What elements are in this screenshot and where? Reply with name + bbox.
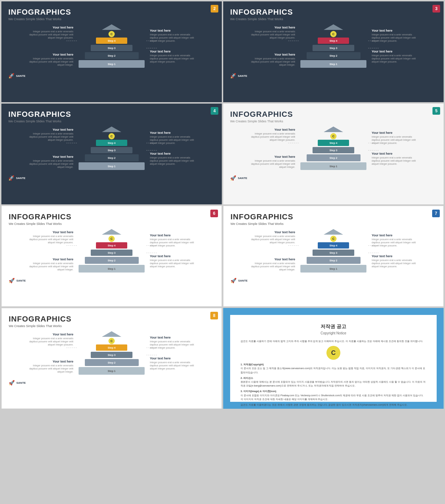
- connector-5-tl: [288, 143, 299, 143]
- sante-icon-6: 🚀: [9, 278, 15, 283]
- pyramid-container-4: Your text here Integer posuere erat a an…: [1, 123, 222, 175]
- pyramid-container-3: Your text here Integer posuere erat a an…: [223, 21, 444, 73]
- copyright-title: 저작권 공고: [241, 324, 426, 330]
- sante-icon-5: 🚀: [230, 175, 236, 181]
- right-text-col-8: Your text here Integer posuere erat a an…: [150, 336, 199, 371]
- sante-footer-2: 🚀 SANTE: [1, 73, 222, 81]
- pyramid-icon-4: C: [108, 133, 115, 139]
- step3-bar-3: Step 3: [313, 45, 354, 51]
- connector-6-tl: [66, 245, 77, 246]
- step3-bar-7: Step 3: [313, 250, 354, 256]
- sante-footer-8: 🚀 SANTE: [2, 380, 221, 388]
- slide-subtitle-6: We Creates Simple Slides That Works: [9, 222, 215, 226]
- connector-5-mr: [368, 150, 379, 151]
- step1-bar-3: Step 1: [300, 60, 366, 68]
- right-text-col-5: Your text here Integer posuere erat a an…: [372, 131, 420, 166]
- step2-bar-5: Step 2: [307, 154, 361, 161]
- pyramid-icon-8: C: [108, 338, 115, 344]
- step1-bar-8: Step 1: [79, 367, 145, 375]
- slide-title-8: INFOGRAPHICS: [9, 315, 215, 324]
- pyramid-8: C Step 4 Step 3 Step 2: [77, 331, 146, 375]
- slide-header-4: INFOGRAPHICS We Creates Simple Slides Th…: [1, 104, 222, 123]
- slide-number-4: 4: [211, 107, 218, 115]
- slide-7: 7 INFOGRAPHICS We Creates Simple Slides …: [223, 206, 444, 307]
- sante-footer-5: 🚀 SANTE: [223, 175, 444, 184]
- pyramid-icon-6: C: [108, 236, 115, 242]
- copyright-s3-body: 이 문서에 포함된 이미지와 아이콘은 Pixabay.com 또는 Vecte…: [241, 394, 423, 400]
- step3-bar-5: Step 3: [313, 147, 354, 153]
- slide-header-7: INFOGRAPHICS We Creates Simple Slides Th…: [224, 206, 443, 226]
- step3-bar-2: Step 3: [91, 45, 132, 51]
- copyright-box: 저작권 공고 Copyright Notice 감건도 자료를 사용하기 전에 …: [230, 315, 437, 402]
- pyramid-3: C Step 4 Step 3 Step 2: [299, 24, 368, 68]
- text-block-8-bl: Your text here Integer posuere erat a an…: [25, 360, 73, 373]
- slide-number-7: 7: [432, 210, 440, 217]
- text-block-5-bl: Your text here Integer posuere erat a an…: [246, 155, 295, 169]
- connector-2-tl: [66, 41, 77, 41]
- slide-2: 2 INFOGRAPHICS We Creates Simple Slides …: [1, 1, 222, 102]
- left-text-col-7: Your text here Integer posuere erat a an…: [246, 230, 295, 271]
- text-block-4-mr: Your text here Integer posuere erat a an…: [150, 152, 199, 165]
- slide-number-2: 2: [211, 5, 218, 13]
- slide-8: 8 INFOGRAPHICS We Creates Simple Slides …: [1, 308, 222, 409]
- connector-7-tl: [288, 245, 299, 246]
- step2-bar-7: Step 2: [307, 257, 361, 264]
- slide-number-3: 3: [432, 5, 440, 13]
- copyright-logo: C: [326, 346, 340, 360]
- text-block-3-bl: Your text here Integer posuere erat a an…: [246, 53, 295, 66]
- connector-8-mr: [146, 355, 157, 355]
- pyramid-7: C Step 4 Step 3 Step 2: [299, 229, 368, 273]
- connector-2-mr: [146, 48, 157, 48]
- sante-footer-4: 🚀 SANTE: [1, 175, 222, 184]
- copyright-slide: 저작권 공고 Copyright Notice 감건도 자료를 사용하기 전에 …: [223, 308, 444, 409]
- slide-number-5: 5: [432, 107, 440, 115]
- pyramid-top-8: [102, 331, 121, 337]
- right-text-col-4: Your text here Integer posuere erat a an…: [150, 131, 199, 166]
- pyramid-top-5: [324, 127, 343, 132]
- text-block-6-mr: Your text here Integer posuere erat a an…: [150, 254, 199, 268]
- text-block-2-mr: Your text here Integer posuere erat a an…: [150, 50, 199, 63]
- slide-title-6: INFOGRAPHICS: [9, 212, 215, 221]
- left-text-col-5: Your text here Integer posuere erat a an…: [246, 128, 295, 169]
- slide-title-3: INFOGRAPHICS: [230, 8, 437, 17]
- slide-6: 6 INFOGRAPHICS We Creates Simple Slides …: [1, 206, 222, 307]
- step2-bar-6: Step 2: [85, 257, 139, 264]
- text-block-8-tl: Your text here Integer posuere erat a an…: [25, 333, 73, 346]
- text-block-3-tl: Your text here Integer posuere erat a an…: [246, 26, 295, 39]
- text-block-5-tl: Your text here Integer posuere erat a an…: [246, 128, 295, 141]
- copyright-footer: 감건도 자료를 이용하겠다는 것은 위에서 서명한 관련 규정에 동의하는 것입…: [241, 403, 426, 407]
- step3-bar-6: Step 3: [91, 250, 132, 256]
- pyramid-top-6: [102, 229, 121, 235]
- text-block-6-tl: Your text here Integer posuere erat a an…: [25, 230, 73, 244]
- connector-3-tl: [288, 41, 299, 41]
- slide-3: 3 INFOGRAPHICS We Creates Simple Slides …: [223, 1, 444, 102]
- pyramid-6: C Step 4 Step 3 Step 2: [77, 229, 146, 273]
- text-block-2-tl: Your text here Integer posuere erat a an…: [25, 26, 73, 39]
- pyramid-top-2: [102, 24, 121, 30]
- copyright-section3: 3. 이미지(Image) & 아이콘(Icon) 이 문서에 포함된 이미지와…: [241, 389, 426, 401]
- text-block-7-bl: Your text here Integer posuere erat a an…: [246, 258, 295, 271]
- slide-subtitle-2: We Creates Simple Slides That Works: [8, 17, 215, 21]
- pyramid-4: C Step 4 Step 3 Step 2: [77, 127, 146, 170]
- left-text-col-3: Your text here Integer posuere erat a an…: [246, 26, 295, 66]
- text-block-7-tl: Your text here Integer posuere erat a an…: [246, 230, 295, 244]
- text-block-4-tr: Your text here Integer posuere erat a an…: [150, 131, 199, 145]
- sante-icon-4: 🚀: [8, 175, 14, 181]
- step1-bar-4: Step 1: [79, 162, 145, 170]
- slide-title-5: INFOGRAPHICS: [230, 110, 437, 119]
- step1-bar-7: Step 1: [300, 265, 366, 273]
- copyright-s1-title: 1. 저작권(Copyright): [241, 363, 264, 366]
- copyright-intro: 감건도 자료를 사용하기 전에 아래의 법적 고지와 주의 사항을 주의 깊게 …: [241, 339, 426, 343]
- slide-header-8: INFOGRAPHICS We Creates Simple Slides Th…: [2, 308, 221, 328]
- copyright-s2-title: 2. 라이선스: [241, 377, 253, 379]
- slide-subtitle-7: We Creates Simple Slides That Works: [230, 222, 436, 226]
- text-block-5-tr: Your text here Integer posuere erat a an…: [372, 131, 420, 145]
- text-block-4-bl: Your text here Integer posuere erat a an…: [25, 155, 73, 169]
- slide-number-8: 8: [210, 312, 218, 319]
- text-block-2-bl: Your text here Integer posuere erat a an…: [25, 53, 73, 66]
- step4-bar-6: Step 4: [96, 242, 127, 249]
- slide-subtitle-5: We Creates Simple Slides That Works: [230, 120, 437, 123]
- step1-bar-6: Step 1: [79, 265, 145, 273]
- right-text-col-3: Your text here Integer posuere erat a an…: [372, 29, 420, 64]
- sante-icon-3: 🚀: [230, 73, 236, 79]
